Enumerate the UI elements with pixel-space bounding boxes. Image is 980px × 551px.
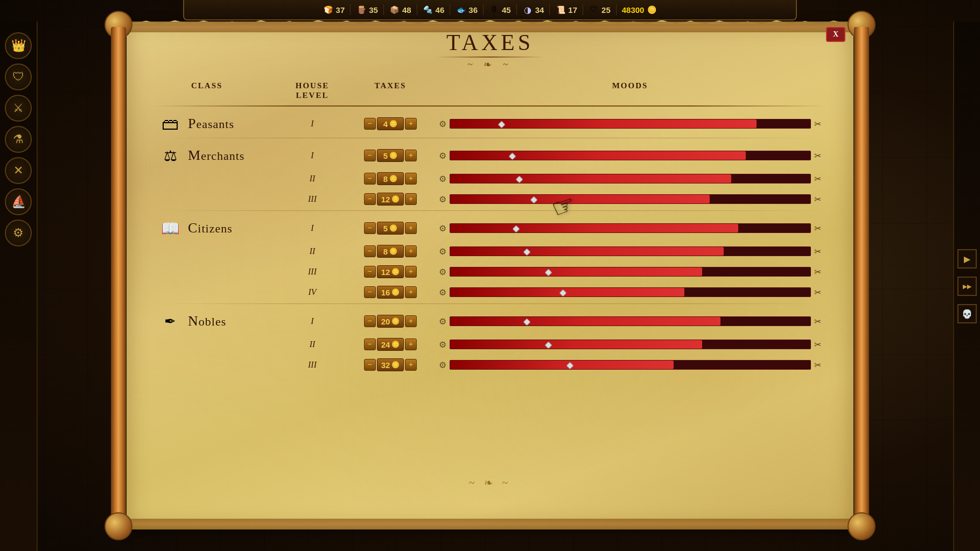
nobles-coin-I: 🪙 [391,317,400,326]
citizens-tax-display-I: 5 🪙 [377,222,404,235]
nobles-tax-decrease-I[interactable]: − [364,315,376,327]
citizens-tax-increase-IV[interactable]: + [405,286,417,298]
sidebar-btn-ship[interactable]: ⛵ [5,188,32,215]
sidebar-btn-crown[interactable]: 👑 [5,32,32,59]
nobles-row-III: III − 32 🪙 + ⚙ [148,355,832,375]
taxes-content: Class HouseLevel Taxes Moods 🗃 Peasants … [148,81,832,497]
resource-gold: 48300 🪙 [617,4,663,15]
citizens-tax-value-IV: 16 [381,288,390,297]
peasants-tax-decrease-I[interactable]: − [364,118,376,130]
sidebar-btn-close[interactable]: ✕ [5,157,32,184]
resource-goods: 📦 48 [384,4,417,15]
citizens-tax-increase-I[interactable]: + [405,222,417,234]
right-sidebar: ▶ ▶▶ 💀 [953,22,980,551]
sidebar-btn-flask[interactable]: ⚗ [5,126,32,153]
citizens-gear-III: ⚙ [439,267,446,277]
nobles-level-II: II [283,340,342,349]
peasants-mood-fill-I [450,119,757,128]
nobles-mood-fill-III [450,361,674,369]
citizens-mood-bar-IV [450,287,811,297]
citizens-coin-I: 🪙 [389,224,397,232]
nobles-tax-display-II: 24 🪙 [377,338,404,351]
bread-value: 37 [336,5,345,15]
right-btn-skull[interactable]: 💀 [957,304,977,323]
citizens-mood-fill-I [450,224,738,232]
merchants-tax-display-III: 12 🪙 [377,193,404,206]
merchants-tax-decrease-II[interactable]: − [364,173,376,185]
nobles-tax-increase-III[interactable]: + [405,359,417,371]
nobles-tax-decrease-II[interactable]: − [364,338,376,350]
merchants-row-II: II − 8 🪙 + ⚙ [148,168,832,189]
citizens-mood-II: ⚙ ✂ [439,246,821,257]
citizens-label: Citizens [188,220,233,236]
pole-knob-bottom-right [848,512,876,540]
merchants-tax-decrease-I[interactable]: − [364,150,376,161]
resource-scroll: 📜 17 [550,4,583,15]
left-sidebar: 👑 🛡 ⚔ ⚗ ✕ ⛵ ⚙ [0,22,38,551]
nobles-tax-decrease-III[interactable]: − [364,359,376,371]
citizens-gear-II: ⚙ [439,246,446,257]
merchants-coin-III: 🪙 [391,195,400,203]
merchants-tax-value-II: 8 [383,174,388,183]
citizens-tax-increase-III[interactable]: + [405,266,417,278]
citizens-tax-decrease-IV[interactable]: − [364,286,376,298]
merchants-tax-decrease-III[interactable]: − [364,193,376,205]
citizens-tax-II: − 8 🪙 + [342,245,439,258]
citizens-coin-IV: 🪙 [391,288,400,296]
citizens-info: 📖 Citizens [159,217,283,239]
nobles-gear-II: ⚙ [439,340,446,350]
merchants-tax-display-II: 8 🪙 [377,172,404,185]
sidebar-btn-shield[interactable]: 🛡 [5,63,32,90]
citizens-tax-value-I: 5 [383,224,388,233]
citizens-tax-increase-II[interactable]: + [405,245,417,257]
merchants-mood-II: ⚙ ✂ [439,174,821,184]
merchants-tax-increase-II[interactable]: + [405,173,417,185]
scroll-pole-left [102,16,135,535]
right-btn-forward2[interactable]: ▶▶ [957,277,977,296]
merchants-mood-bar-III [450,194,811,204]
merchants-skull-II: ✂ [814,174,821,184]
class-section-peasants: 🗃 Peasants I − 4 🪙 + ⚙ [148,111,832,138]
nobles-mood-III: ⚙ ✂ [439,360,821,370]
citizens-tax-decrease-II[interactable]: − [364,245,376,257]
merchants-info: ⚖ Merchants [159,144,283,167]
citizens-tax-decrease-III[interactable]: − [364,266,376,278]
wood-icon: 🪵 [356,4,367,15]
close-button[interactable]: X [826,27,845,42]
nobles-tax-increase-I[interactable]: + [405,315,417,327]
citizens-level-I: I [283,223,342,233]
moon-icon: ◑ [522,4,533,15]
merchants-tax-increase-I[interactable]: + [405,150,417,161]
resource-fish: 🐟 36 [450,4,484,15]
nobles-level-III: III [283,360,342,370]
right-btn-forward1[interactable]: ▶ [957,249,977,269]
merchants-tax-increase-III[interactable]: + [405,193,417,205]
peasants-mood-bar-I [450,119,811,129]
peasants-tax-increase-I[interactable]: + [405,118,417,130]
citizens-gear-I: ⚙ [439,223,446,234]
peasants-tax-value-I: 4 [383,119,388,129]
citizens-icon: 📖 [159,217,181,239]
citizens-tax-display-III: 12 🪙 [377,265,404,278]
nobles-tax-increase-II[interactable]: + [405,338,417,350]
peasants-gear-I: ⚙ [439,119,446,129]
header-house-level: HouseLevel [283,81,342,100]
citizens-tax-value-III: 12 [381,267,390,277]
separator-after-merchants [159,210,821,211]
nobles-label: Nobles [188,313,226,329]
citizens-level-IV: IV [283,287,342,297]
citizens-mood-III: ⚙ ✂ [439,267,821,277]
citizens-tax-III: − 12 🪙 + [342,265,439,278]
merchants-tax-value-III: 12 [381,195,390,204]
class-section-merchants: ⚖ Merchants I − 5 🪙 + ⚙ [148,143,832,211]
sidebar-btn-gear[interactable]: ⚙ [5,220,32,246]
nobles-icon: ✒ [159,310,181,333]
nobles-mood-bar-III [450,360,811,370]
merchants-level-I: I [283,151,342,160]
citizens-tax-decrease-I[interactable]: − [364,222,376,234]
merchants-mood-I: ⚙ ✂ [439,151,821,161]
citizens-skull-II: ✂ [814,246,821,257]
resource-bread: 🍞 37 [318,4,351,15]
sidebar-btn-sword[interactable]: ⚔ [5,95,32,122]
class-section-nobles: ✒ Nobles I − 20 🪙 + ⚙ [148,308,832,375]
